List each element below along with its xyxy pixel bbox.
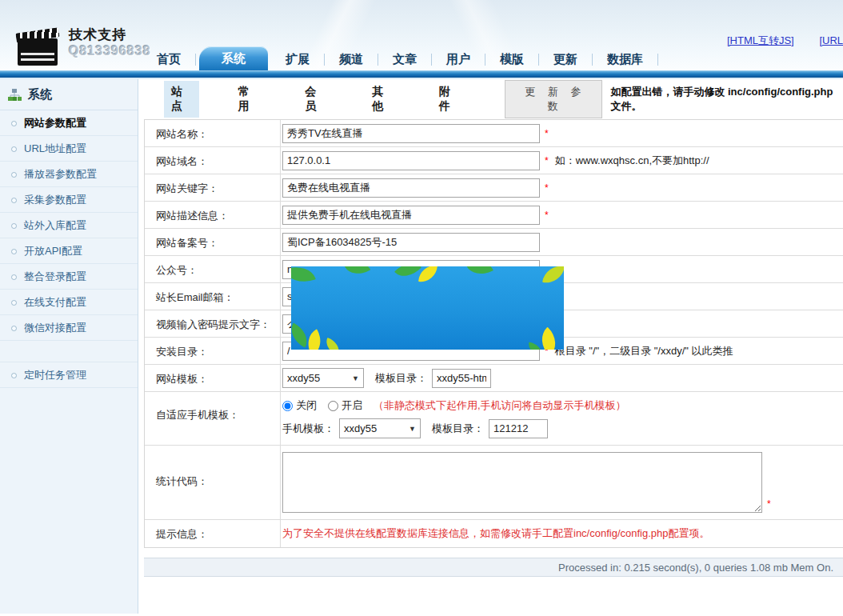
required-asterisk: *	[545, 155, 549, 166]
form-row-keywords: 网站关键字： *	[145, 174, 843, 202]
mobile-template-dir-label: 模板目录：	[432, 422, 484, 436]
censor-overlay-image	[291, 266, 564, 350]
header-blue-bar	[0, 70, 843, 79]
bullet-icon	[11, 300, 17, 306]
url-link-truncated[interactable]: [URL	[819, 34, 843, 46]
mobile-template-dir-input[interactable]	[489, 419, 548, 438]
site-template-value: xxdy55	[287, 372, 320, 384]
adaptive-on-radio[interactable]	[328, 401, 338, 411]
sidebar-item-url-config[interactable]: URL地址配置	[0, 136, 138, 162]
sidebar-item-open-api[interactable]: 开放API配置	[0, 238, 138, 264]
form-row-icp: 网站备案号：	[145, 229, 843, 256]
sidebar-item-label: 定时任务管理	[24, 368, 86, 382]
sidebar-item-collect-config[interactable]: 采集参数配置	[0, 187, 138, 213]
sidebar-header: 系统	[0, 79, 138, 110]
adaptive-note: （非静态模式下起作用,手机访问将自动显示手机模板）	[374, 398, 626, 413]
nav-tab-update[interactable]: 更新	[539, 48, 592, 70]
form-row-description: 网站描述信息： *	[145, 202, 843, 229]
sidebar-item-label: 在线支付配置	[24, 295, 86, 310]
nav-tab-system[interactable]: 系统	[199, 46, 268, 70]
nav-tab-template[interactable]: 模版	[485, 48, 538, 70]
form-row-site-template: 网站模板： xxdy55 ▼ 模板目录：	[145, 365, 843, 392]
required-asterisk: *	[545, 182, 549, 194]
logo-qq: Q813396838	[69, 44, 151, 58]
adaptive-on-label: 开启	[342, 398, 362, 413]
main-nav: 首页 系统 扩展 频道 文章 用户 模版 更新 数据库	[142, 46, 658, 70]
nav-tab-user[interactable]: 用户	[432, 48, 485, 70]
nav-tab-database[interactable]: 数据库	[593, 48, 657, 70]
form-row-adaptive-mobile: 自适应手机模板： 关闭 开启 （非静态模式下起作用,手机访问将自动显示手机模板）…	[145, 392, 843, 446]
mobile-template-value: xxdy55	[344, 422, 377, 434]
install-dir-hint: 根目录 "/"，二级目录 "/xxdy/" 以此类推	[555, 344, 733, 358]
top-links: [HTML互转JS] [URL	[705, 34, 843, 48]
sidebar-item-login-integration[interactable]: 整合登录配置	[0, 264, 138, 290]
form-row-site-name: 网站名称： *	[145, 120, 843, 147]
bullet-icon	[11, 121, 17, 126]
keywords-input[interactable]	[282, 178, 540, 198]
bullet-icon	[11, 223, 17, 229]
field-label: 自适应手机模板：	[145, 392, 281, 445]
site-template-select[interactable]: xxdy55 ▼	[282, 368, 364, 388]
stats-code-textarea[interactable]	[282, 452, 762, 513]
required-asterisk: *	[545, 210, 549, 221]
field-label: 网站域名：	[145, 147, 281, 174]
adaptive-off-radio[interactable]	[282, 401, 293, 411]
sidebar-item-online-payment[interactable]: 在线支付配置	[0, 290, 138, 315]
required-asterisk: *	[767, 498, 771, 510]
sidebar-item-site-params[interactable]: 网站参数配置	[0, 110, 138, 136]
sidebar-item-label: 站外入库配置	[24, 218, 86, 233]
description-input[interactable]	[282, 206, 540, 225]
form-row-site-domain: 网站域名： * 如：www.wxqhsc.cn,不要加http://	[145, 147, 843, 174]
domain-hint: 如：www.wxqhsc.cn,不要加http://	[555, 154, 709, 168]
site-domain-input[interactable]	[282, 151, 540, 170]
nav-divider	[195, 54, 196, 66]
sidebar-item-label: 开放API配置	[24, 244, 82, 258]
clapperboard-icon	[16, 26, 61, 67]
header: 技术支持 Q813396838 [HTML互转JS] [URL 首页 系统 扩展…	[0, 0, 843, 70]
mobile-template-select[interactable]: xxdy55 ▼	[339, 418, 421, 438]
field-label: 公众号：	[145, 256, 281, 282]
nav-divider	[657, 54, 658, 66]
field-label: 统计代码：	[145, 446, 281, 519]
html-to-js-link[interactable]: [HTML互转JS]	[727, 34, 794, 46]
sidebar-item-label: 微信对接配置	[24, 321, 86, 335]
sidebar-item-label: URL地址配置	[24, 142, 86, 156]
chevron-down-icon: ▼	[409, 425, 416, 433]
subtab-attachment[interactable]: 附件	[432, 81, 467, 118]
subtab-other[interactable]: 其他	[365, 81, 400, 118]
subtab-common[interactable]: 常用	[231, 81, 266, 118]
sidebar-item-wechat-config[interactable]: 微信对接配置	[0, 315, 138, 341]
mobile-template-label: 手机模板：	[282, 422, 334, 436]
field-label: 安装目录：	[145, 338, 281, 364]
admin-page: 技术支持 Q813396838 [HTML互转JS] [URL 首页 系统 扩展…	[0, 0, 843, 616]
sidebar-spacer	[0, 341, 138, 362]
nav-tab-channel[interactable]: 频道	[325, 48, 378, 70]
update-params-button[interactable]: 更 新 参 数	[505, 80, 602, 118]
nav-tab-article[interactable]: 文章	[378, 48, 431, 70]
template-dir-input[interactable]	[432, 369, 491, 388]
sidebar-title: 系统	[28, 87, 52, 102]
nav-tab-extend[interactable]: 扩展	[271, 48, 324, 70]
bullet-icon	[11, 373, 17, 378]
subtab-site[interactable]: 站点	[164, 81, 199, 118]
security-tip-text: 为了安全不提供在线配置数据库连接信息，如需修改请手工配置inc/config/c…	[282, 526, 710, 541]
nav-tab-home[interactable]: 首页	[142, 48, 195, 70]
sidebar-item-scheduled-tasks[interactable]: 定时任务管理	[0, 362, 138, 388]
field-label: 站长Email邮箱：	[145, 283, 281, 310]
bullet-icon	[11, 172, 17, 178]
site-name-input[interactable]	[282, 124, 540, 143]
sidebar-item-player-config[interactable]: 播放器参数配置	[0, 162, 138, 187]
required-asterisk: *	[545, 128, 549, 139]
sidebar-item-external-storage[interactable]: 站外入库配置	[0, 213, 138, 238]
subtab-member[interactable]: 会员	[298, 81, 333, 118]
field-label: 网站备案号：	[145, 229, 281, 255]
sidebar-item-label: 整合登录配置	[24, 270, 86, 284]
bullet-icon	[11, 146, 17, 152]
processing-time-text: Processed in: 0.215 second(s), 0 queries…	[558, 562, 833, 574]
sidebar-item-label: 网站参数配置	[24, 116, 86, 130]
bullet-icon	[11, 326, 17, 331]
icp-input[interactable]	[282, 233, 540, 252]
bullet-icon	[11, 274, 17, 280]
sidebar-item-label: 播放器参数配置	[24, 167, 97, 182]
form-row-tip: 提示信息： 为了安全不提供在线配置数据库连接信息，如需修改请手工配置inc/co…	[145, 520, 843, 547]
